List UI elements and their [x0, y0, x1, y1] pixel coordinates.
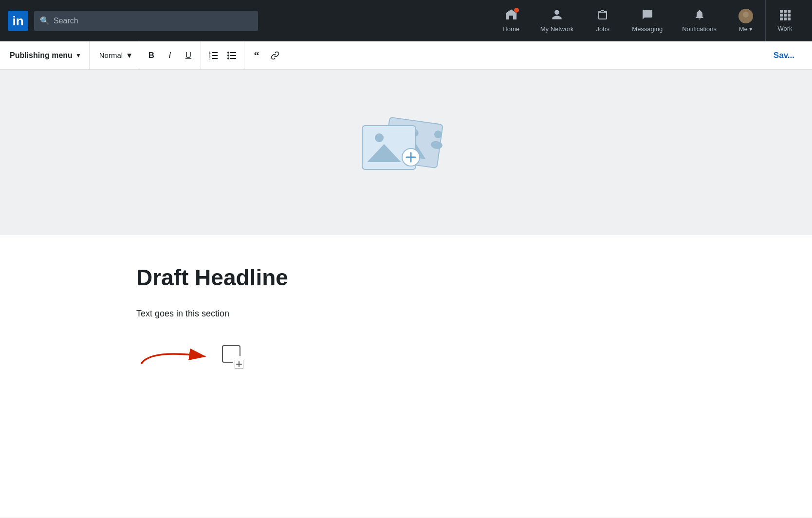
format-select-chevron: ▼ [126, 51, 133, 59]
svg-point-19 [227, 55, 229, 56]
italic-button[interactable]: I [162, 47, 178, 64]
svg-text:3.: 3. [209, 57, 211, 60]
publishing-menu-chevron: ▼ [75, 52, 81, 59]
draft-body-text[interactable]: Text goes in this section [136, 307, 676, 321]
nav-item-notifications[interactable]: Notifications [672, 0, 726, 41]
draft-headline[interactable]: Draft Headline [136, 264, 676, 291]
add-media-button[interactable] [222, 345, 242, 368]
svg-rect-12 [212, 55, 218, 56]
svg-point-21 [227, 57, 229, 59]
list-buttons-group: 1. 2. 3. [205, 41, 244, 69]
unordered-list-button[interactable] [223, 47, 240, 64]
linkedin-logo[interactable]: in [8, 11, 28, 31]
work-grid-icon [780, 10, 791, 23]
my-network-icon [551, 9, 563, 23]
nav-item-messaging[interactable]: Messaging [622, 0, 672, 41]
svg-rect-6 [784, 14, 787, 17]
main-content: Draft Headline Text goes in this section [0, 70, 812, 518]
svg-rect-11 [212, 52, 218, 53]
ordered-list-button[interactable]: 1. 2. 3. [205, 47, 221, 64]
svg-rect-18 [230, 52, 236, 53]
home-icon [505, 9, 517, 23]
red-arrow [136, 344, 214, 369]
nav-label-my-network: My Network [540, 25, 574, 33]
link-button[interactable] [267, 47, 283, 64]
publishing-menu-button[interactable]: Publishing menu ▼ [10, 41, 90, 69]
svg-rect-10 [788, 18, 791, 20]
format-select-button[interactable]: Normal ▼ [93, 41, 139, 69]
svg-rect-13 [212, 58, 218, 59]
top-navigation: in 🔍 Home My Network [0, 0, 812, 41]
editor-toolbar: Publishing menu ▼ Normal ▼ B I U 1. 2. 3… [0, 41, 812, 70]
svg-rect-20 [230, 55, 236, 56]
cover-image-area[interactable] [0, 70, 812, 235]
nav-item-jobs[interactable]: Jobs [583, 0, 622, 41]
search-icon: 🔍 [40, 16, 50, 25]
extra-buttons-group: “ [248, 41, 283, 69]
svg-rect-7 [788, 14, 791, 17]
svg-point-1 [740, 18, 752, 23]
nav-label-work: Work [777, 25, 792, 32]
linkedin-logo-text: in [12, 15, 23, 27]
search-bar[interactable]: 🔍 [34, 11, 258, 31]
add-media-row [136, 344, 676, 369]
cover-placeholder [352, 116, 460, 189]
svg-rect-22 [230, 58, 236, 59]
bold-button[interactable]: B [143, 47, 160, 64]
nav-item-me[interactable]: Me ▾ [726, 0, 765, 41]
save-button[interactable]: Sav... [766, 51, 802, 60]
notifications-icon [694, 9, 705, 23]
nav-label-jobs: Jobs [596, 25, 609, 33]
underline-button[interactable]: U [180, 47, 197, 64]
svg-rect-9 [784, 18, 787, 20]
svg-rect-4 [788, 10, 791, 13]
svg-point-0 [743, 12, 749, 18]
nav-label-home: Home [502, 25, 519, 33]
nav-item-home[interactable]: Home [492, 0, 531, 41]
nav-items: Home My Network Jobs [492, 0, 804, 41]
nav-label-notifications: Notifications [682, 25, 717, 33]
svg-point-17 [227, 52, 229, 54]
me-avatar [738, 9, 753, 23]
svg-rect-3 [784, 10, 787, 13]
quote-button[interactable]: “ [248, 47, 265, 64]
nav-item-work[interactable]: Work [765, 0, 804, 41]
svg-rect-8 [780, 18, 783, 20]
notification-dot-home [514, 8, 519, 13]
messaging-icon [642, 9, 653, 23]
svg-rect-5 [780, 14, 783, 17]
nav-item-my-network[interactable]: My Network [531, 0, 584, 41]
svg-point-27 [375, 133, 384, 142]
format-buttons-group: B I U [143, 41, 201, 69]
nav-label-me: Me ▾ [739, 25, 753, 33]
publishing-menu-label: Publishing menu [10, 51, 73, 60]
format-select-label: Normal [99, 51, 123, 59]
svg-rect-2 [780, 10, 783, 13]
article-body: Draft Headline Text goes in this section [0, 235, 812, 518]
search-input[interactable] [54, 17, 252, 25]
jobs-icon [597, 9, 609, 23]
plus-icon [235, 360, 243, 369]
nav-label-messaging: Messaging [632, 25, 663, 33]
